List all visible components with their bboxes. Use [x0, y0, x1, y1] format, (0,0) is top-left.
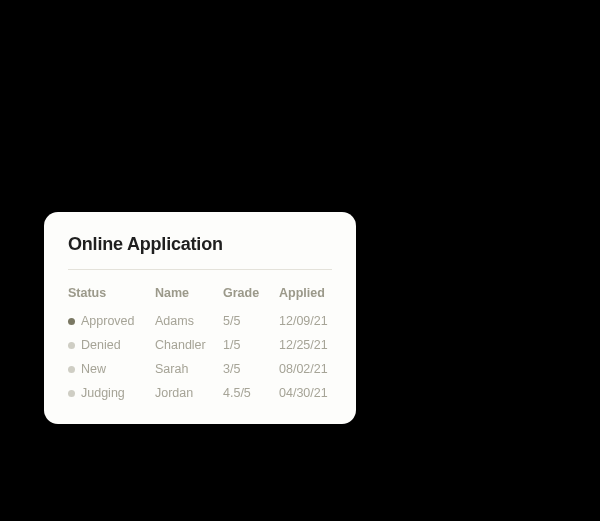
status-dot-icon [68, 342, 75, 349]
table-row-applied: 08/02/21 [279, 362, 339, 376]
status-label: New [81, 362, 106, 376]
table-row-status: Denied [68, 338, 155, 352]
table-row-name: Adams [155, 314, 223, 328]
table-row-applied: 04/30/21 [279, 386, 339, 400]
table-row-status: Judging [68, 386, 155, 400]
status-dot-icon [68, 318, 75, 325]
status-label: Judging [81, 386, 125, 400]
table-row-status: New [68, 362, 155, 376]
status-label: Denied [81, 338, 121, 352]
table-row-applied: 12/09/21 [279, 314, 339, 328]
col-header-status: Status [68, 286, 155, 304]
col-header-grade: Grade [223, 286, 279, 304]
col-header-applied: Applied [279, 286, 339, 304]
table-row-grade: 5/5 [223, 314, 279, 328]
table-row-status: Approved [68, 314, 155, 328]
table-row-grade: 1/5 [223, 338, 279, 352]
table-row-applied: 12/25/21 [279, 338, 339, 352]
divider [68, 269, 332, 270]
applications-table: Status Name Grade Applied Approved Adams… [68, 286, 332, 400]
status-label: Approved [81, 314, 135, 328]
table-row-grade: 4.5/5 [223, 386, 279, 400]
col-header-name: Name [155, 286, 223, 304]
application-card: Online Application Status Name Grade App… [44, 212, 356, 424]
table-row-name: Sarah [155, 362, 223, 376]
table-row-name: Chandler [155, 338, 223, 352]
status-dot-icon [68, 366, 75, 373]
table-row-name: Jordan [155, 386, 223, 400]
card-title: Online Application [68, 234, 332, 255]
status-dot-icon [68, 390, 75, 397]
table-row-grade: 3/5 [223, 362, 279, 376]
